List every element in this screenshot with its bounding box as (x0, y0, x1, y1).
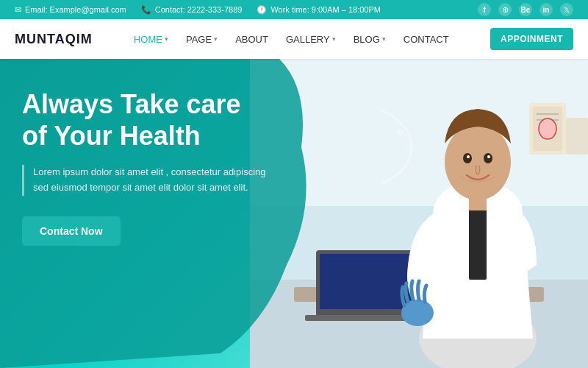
svg-point-15 (487, 155, 490, 158)
hero-title: Always Take care of Your Health (22, 88, 272, 152)
behance-icon[interactable]: Be (519, 3, 532, 16)
phone-info: 📞 Contact: 2222-333-7889 (141, 5, 243, 15)
chevron-down-icon: ▾ (332, 35, 336, 43)
email-text: Email: Example@gmail.com (25, 5, 126, 14)
phone-text: Contact: 2222-333-7889 (155, 5, 243, 14)
nav-link-about[interactable]: ABOUT (228, 29, 276, 49)
twitter-icon[interactable]: 𝕏 (560, 3, 573, 16)
appointment-button[interactable]: APPOINMENT (490, 28, 573, 50)
nav-link-blog[interactable]: BLOG ▾ (346, 29, 393, 49)
hero-section: Always Take care of Your Health Lorem ip… (0, 59, 588, 368)
worktime-text: Work time: 9:00AM – 18:00PM (270, 5, 381, 14)
globe-icon[interactable]: ⊕ (498, 3, 512, 16)
facebook-icon[interactable]: f (478, 3, 491, 16)
worktime-info: 🕐 Work time: 9:00AM – 18:00PM (257, 5, 381, 15)
nav-links: HOME ▾ PAGE ▾ ABOUT GALLERY ▾ BLOG ▾ (126, 29, 456, 49)
nav-item-gallery[interactable]: GALLERY ▾ (279, 29, 343, 49)
bracket-decoration (375, 103, 419, 191)
svg-point-14 (467, 155, 470, 158)
nav-item-blog[interactable]: BLOG ▾ (346, 29, 393, 49)
hero-content: Always Take care of Your Health Lorem ip… (22, 88, 272, 246)
top-bar: ✉ Email: Example@gmail.com 📞 Contact: 22… (0, 0, 588, 19)
nav-link-contact[interactable]: CONTACT (396, 29, 456, 49)
chevron-down-icon: ▾ (214, 35, 218, 43)
svg-point-13 (484, 153, 492, 163)
email-info: ✉ Email: Example@gmail.com (15, 5, 126, 15)
svg-point-10 (401, 300, 434, 326)
chevron-down-icon: ▾ (165, 35, 168, 43)
chevron-down-icon: ▾ (382, 35, 386, 43)
top-bar-left: ✉ Email: Example@gmail.com 📞 Contact: 22… (15, 5, 381, 15)
svg-point-12 (463, 153, 472, 163)
linkedin-icon[interactable]: in (539, 3, 553, 16)
svg-rect-16 (469, 194, 487, 210)
nav-item-home[interactable]: HOME ▾ (126, 29, 176, 49)
nav-item-page[interactable]: PAGE ▾ (179, 29, 225, 49)
navbar: MUNTAQIM HOME ▾ PAGE ▾ ABOUT GALLERY ▾ (0, 19, 588, 59)
email-icon: ✉ (15, 5, 21, 15)
hero-description: Lorem ipsum dolor sit amet elit , consec… (22, 165, 272, 196)
svg-rect-22 (566, 118, 588, 155)
top-bar-socials: f ⊕ Be in 𝕏 (478, 3, 573, 16)
clock-icon: 🕐 (257, 5, 267, 15)
nav-link-gallery[interactable]: GALLERY ▾ (279, 29, 343, 49)
nav-link-page[interactable]: PAGE ▾ (179, 29, 225, 49)
contact-now-button[interactable]: Contact Now (22, 216, 121, 246)
svg-point-23 (397, 129, 404, 136)
phone-icon: 📞 (141, 5, 151, 15)
nav-item-about[interactable]: ABOUT (228, 29, 276, 49)
nav-link-home[interactable]: HOME ▾ (126, 29, 176, 49)
logo: MUNTAQIM (15, 32, 93, 47)
svg-point-21 (539, 118, 556, 139)
nav-item-contact[interactable]: CONTACT (396, 29, 456, 49)
svg-point-11 (445, 124, 511, 200)
